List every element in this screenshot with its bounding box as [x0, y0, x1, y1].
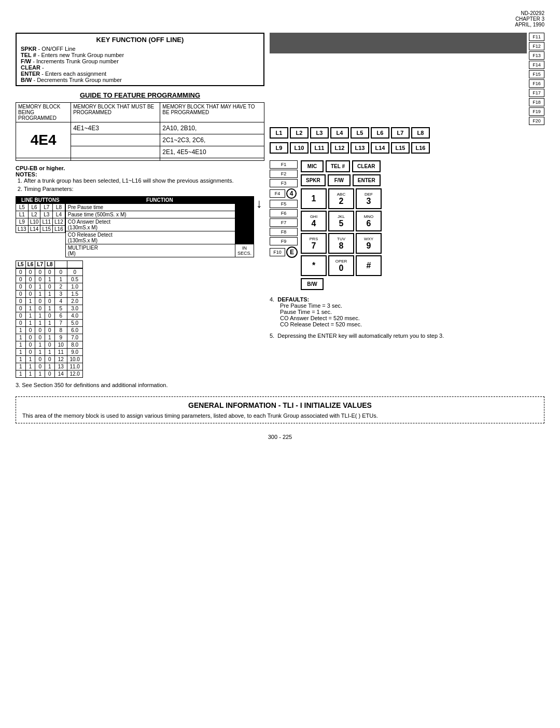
l-btn-L7[interactable]: L7	[391, 127, 410, 139]
guide-col1-h2: PROGRAMMED	[18, 115, 68, 121]
key-hash[interactable]: #	[356, 255, 382, 276]
key-2[interactable]: ABC2	[328, 188, 354, 209]
mic-button[interactable]: MIC	[301, 160, 324, 172]
line-buttons-table: LINE BUTTONS L5 L6 L7 L8 L1 L2 L3 L4 L9 …	[16, 196, 65, 233]
guide-col3-v1: 2A10, 2B10,	[160, 122, 264, 134]
fkey-F11[interactable]: F11	[529, 33, 544, 41]
fkey-F13[interactable]: F13	[529, 51, 544, 60]
fkey-F9[interactable]: F9	[270, 237, 298, 245]
fkey-F16[interactable]: F16	[529, 79, 544, 88]
lb-r0c3: L8	[53, 204, 65, 211]
fw-button[interactable]: F/W	[328, 174, 351, 186]
fkey-F10[interactable]: F10	[270, 248, 285, 256]
l-btn-L8[interactable]: L8	[411, 127, 430, 139]
fkey-F18[interactable]: F18	[529, 98, 544, 106]
fkey-F19[interactable]: F19	[529, 107, 544, 116]
l-btn-L16[interactable]: L16	[411, 142, 430, 154]
guide-col3-v3: 2E1, 4E5~4E10	[160, 146, 264, 158]
lb-header: LINE BUTTONS	[16, 197, 65, 204]
note5-num: 5.	[270, 333, 274, 339]
key-8[interactable]: TUV8	[328, 233, 354, 254]
l-btn-L2[interactable]: L2	[290, 127, 309, 139]
lb-r1c3: L4	[53, 211, 65, 218]
l-btn-L13[interactable]: L13	[351, 142, 369, 154]
note3: 3. See Section 350 for definitions and a…	[16, 382, 264, 388]
func-r4: MULTIPLIER(M)	[65, 244, 235, 257]
enter-button[interactable]: ENTER	[353, 174, 381, 186]
kf-item-1: TEL # - Enters new Trunk Group number	[21, 52, 259, 58]
circle-E-icon: E	[286, 246, 298, 258]
fkey-F7[interactable]: F7	[270, 218, 298, 227]
key-9[interactable]: WXY9	[356, 233, 382, 254]
guide-col3-v2: 2C1~2C3, 2C6,	[160, 134, 264, 146]
l-btn-L14[interactable]: L14	[371, 142, 389, 154]
func-header: FUNCTION	[65, 197, 254, 204]
spkr-button[interactable]: SPKR	[301, 174, 326, 186]
lb-r2c0: L9	[16, 218, 29, 226]
lb-r1c0: L1	[16, 211, 29, 218]
key-function-box: KEY FUNCTION (OFF LINE) SPKR - ON/OFF Li…	[16, 33, 264, 86]
header-line2: CHAPTER 3	[16, 16, 544, 22]
l-btn-L10[interactable]: L10	[290, 142, 309, 154]
l-btn-L15[interactable]: L15	[391, 142, 410, 154]
circle-4-icon: 4	[286, 188, 297, 199]
fkey-F17[interactable]: F17	[529, 89, 544, 97]
fkey-F1[interactable]: F1	[270, 160, 298, 169]
key-0[interactable]: OPER0	[328, 255, 354, 276]
l-btn-L5[interactable]: L5	[351, 127, 369, 139]
default-2: CO Answer Detect = 520 msec.	[280, 315, 544, 321]
l-btn-L1[interactable]: L1	[270, 127, 288, 139]
l-buttons-top-row: L1 L2 L3 L4 L5 L6 L7 L8	[270, 127, 544, 139]
fkey-F4[interactable]: F4	[270, 189, 285, 198]
lb-r1c1: L2	[28, 211, 40, 218]
key-4[interactable]: GHI4	[301, 211, 327, 231]
key-6[interactable]: MNO6	[356, 211, 382, 231]
guide-title: GUIDE TO FEATURE PROGRAMMING	[16, 91, 264, 99]
tel-hash-button[interactable]: TEL #	[326, 160, 350, 172]
key-5[interactable]: JKL5	[328, 211, 354, 231]
defaults-label: DEFAULTS:	[277, 296, 309, 303]
fkeys-right-col: F11 F12 F13 F14 F15 F16 F17 F18 F19 F20	[529, 33, 544, 125]
l-btn-L6[interactable]: L6	[371, 127, 389, 139]
fkey-F2[interactable]: F2	[270, 170, 298, 178]
down-arrow: ↓	[254, 196, 264, 211]
fkey-F5[interactable]: F5	[270, 200, 298, 208]
kf-item-4: ENTER - Enters each assignment	[21, 71, 259, 77]
lb-r3c0: L13	[16, 226, 29, 233]
l-btn-L3[interactable]: L3	[310, 127, 329, 139]
bw-button[interactable]: B/W	[301, 278, 324, 290]
l-btn-L11[interactable]: L11	[310, 142, 329, 154]
general-info-box: GENERAL INFORMATION - TLI - I INITIALIZE…	[16, 396, 544, 423]
defaults-num: 4.	[270, 296, 274, 303]
phone-row1: MIC TEL # CLEAR	[301, 160, 382, 172]
l-btn-L12[interactable]: L12	[330, 142, 349, 154]
lb-r0c0: L5	[16, 204, 29, 211]
key-7[interactable]: PRS7	[301, 233, 327, 254]
note1: After a trunk group has been selected, L…	[24, 177, 264, 184]
default-3: CO Release Detect = 520 msec.	[280, 321, 544, 327]
fkey-F15[interactable]: F15	[529, 70, 544, 78]
clear-button[interactable]: CLEAR	[352, 160, 380, 172]
func-r3: CO Release Detect(130mS.x M)	[65, 231, 235, 244]
kf-item-2: F/W - Increments Trunk Group number	[21, 58, 259, 64]
page-footer: 300 - 225	[16, 434, 544, 440]
key-star[interactable]: *	[301, 255, 327, 276]
l-btn-L9[interactable]: L9	[270, 142, 288, 154]
lb-r3c3: L16	[53, 226, 65, 233]
guide-col2-h: MEMORY BLOCK THAT MUST BE PROGRAMMED	[73, 104, 158, 115]
footer-text: 300 - 225	[268, 434, 292, 440]
fkey-F6[interactable]: F6	[270, 209, 298, 217]
fkey-F8[interactable]: F8	[270, 228, 298, 236]
l-btn-L4[interactable]: L4	[330, 127, 349, 139]
kf-item-5: B/W - Decrements Trunk Group number	[21, 77, 259, 83]
fkey-F12[interactable]: F12	[529, 42, 544, 50]
fkey-F3[interactable]: F3	[270, 179, 298, 187]
default-1: Pause Time = 1 sec.	[280, 309, 544, 315]
fkey-F14[interactable]: F14	[529, 61, 544, 69]
notes-section: CPU-EB or higher. NOTES: After a trunk g…	[16, 165, 264, 192]
key-3[interactable]: DEF3	[356, 188, 382, 209]
func-r1: Pause time (500mS. x M)	[65, 211, 235, 218]
guide-col1-h1: MEMORY BLOCK BEING	[18, 104, 68, 115]
fkey-F20[interactable]: F20	[529, 117, 544, 125]
key-1[interactable]: 1	[301, 188, 327, 209]
